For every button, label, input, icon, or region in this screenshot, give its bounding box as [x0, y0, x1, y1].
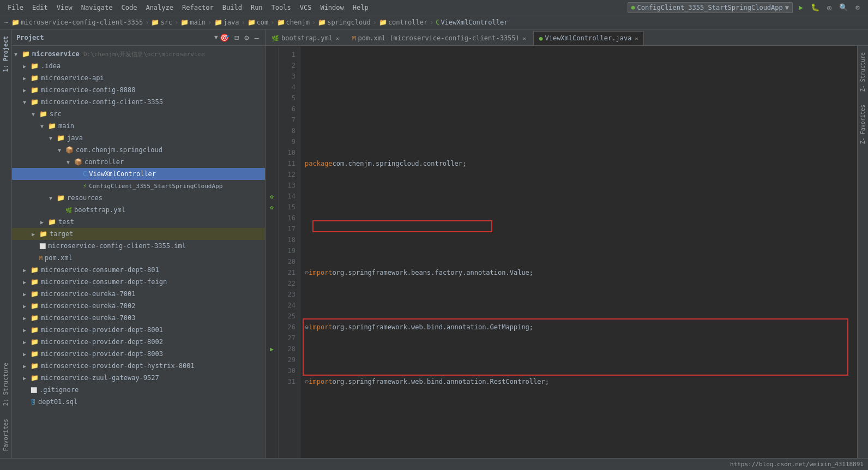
sidebar-settings-btn[interactable]: ⚙	[243, 33, 250, 43]
tree-item-src[interactable]: ▼ 📁 src	[12, 108, 265, 120]
sidebar-locate-btn[interactable]: 🎯	[218, 33, 231, 43]
tree-item-consumer-feign[interactable]: ▶ 📁 microservice-consumer-dept-feign	[12, 276, 265, 288]
tree-item-provider-8003[interactable]: ▶ 📁 microservice-provider-dept-8003	[12, 348, 265, 360]
menu-item-help[interactable]: Help	[349, 3, 372, 13]
breadcrumb-springcloud-icon: 📁	[318, 19, 326, 26]
gutter-6	[266, 104, 279, 115]
tree-item-config-8888[interactable]: ▶ 📁 microservice-config-8888	[12, 84, 265, 96]
tree-item-pom-3355[interactable]: M pom.xml	[12, 252, 265, 264]
tree-item-config-3355[interactable]: ▼ 📁 microservice-config-client-3355	[12, 96, 265, 108]
run-config-dropdown[interactable]: ● ConfigClient_3355_StartSpringCloudApp …	[628, 2, 793, 13]
breadcrumb-item-main[interactable]: main	[190, 19, 206, 26]
linenum-26: 26	[279, 322, 300, 333]
tree-item-hystrix-8001[interactable]: ▶ 📁 microservice-provider-dept-hystrix-8…	[12, 360, 265, 372]
breadcrumb-folder-icon: 📁	[11, 19, 20, 26]
tree-item-viewxml[interactable]: C ViewXmlController	[12, 168, 265, 180]
status-url[interactable]: https://blog.csdn.net/weixin_43118891	[730, 461, 864, 468]
menu-item-edit[interactable]: Edit	[29, 3, 51, 13]
breadcrumb-item-chenjm[interactable]: chenjm	[286, 19, 310, 26]
linenum-21: 21	[279, 267, 300, 278]
tree-item-target[interactable]: ▶ 📁 target	[12, 228, 265, 240]
menu-item-code[interactable]: Code	[118, 3, 141, 13]
gutter-9	[266, 136, 279, 147]
tree-item-sql[interactable]: 🗄 dept01.sql	[12, 396, 265, 408]
tree-item-test[interactable]: ▶ 📁 test	[12, 216, 265, 228]
tab-viewxml-close[interactable]: ✕	[635, 35, 638, 41]
menu-item-build[interactable]: Build	[219, 3, 245, 13]
project-panel-tab[interactable]: 1: Project	[0, 29, 11, 79]
menu-item-tools[interactable]: Tools	[268, 3, 294, 13]
breadcrumb-controller-icon: 📁	[379, 19, 387, 26]
linenum-24: 24	[279, 300, 300, 311]
gutter-3	[266, 71, 279, 82]
tree-item-consumer-801[interactable]: ▶ 📁 microservice-consumer-dept-801	[12, 264, 265, 276]
tree-item-iml-3355[interactable]: ⬜ microservice-config-client-3355.iml	[12, 240, 265, 252]
linenum-23: 23	[279, 289, 300, 300]
tree-item-zuul-9527[interactable]: ▶ 📁 microservice-zuul-gateway-9527	[12, 372, 265, 384]
code-content[interactable]: package com.chenjm.springcloud.controlle…	[300, 46, 857, 458]
tree-item-controller[interactable]: ▼ 📦 controller	[12, 156, 265, 168]
breadcrumb-item-class[interactable]: ViewXmlController	[441, 19, 508, 26]
gutter-13	[266, 180, 279, 191]
menu-item-file[interactable]: File	[4, 3, 27, 13]
tree-item-idea[interactable]: ▶ 📁 .idea	[12, 60, 265, 72]
tab-pom-close[interactable]: ✕	[523, 35, 526, 41]
breadcrumb-item-src[interactable]: src	[160, 19, 172, 26]
coverage-button[interactable]: ◎	[823, 2, 835, 14]
settings-button[interactable]: ⚙	[852, 2, 864, 14]
tree-item-resources[interactable]: ▼ 📁 resources	[12, 192, 265, 204]
run-button[interactable]: ▶	[795, 2, 807, 14]
linenum-30: 30	[279, 365, 300, 376]
gutter-15[interactable]: ✿	[266, 202, 279, 213]
menu-item-refactor[interactable]: Refactor	[179, 3, 217, 13]
linenum-31: 31	[279, 376, 300, 387]
tree-item-main[interactable]: ▼ 📁 main	[12, 120, 265, 132]
menu-item-analyze[interactable]: Analyze	[142, 3, 177, 13]
breadcrumb-item-com[interactable]: com	[257, 19, 269, 26]
tree-item-configclient[interactable]: ⚡ ConfigClient_3355_StartSpringCloudApp	[12, 180, 265, 192]
menu-item-navigate[interactable]: Navigate	[78, 3, 116, 13]
tree-item-eureka-7001[interactable]: ▶ 📁 microservice-eureka-7001	[12, 288, 265, 300]
breadcrumb-item-controller[interactable]: controller	[388, 19, 427, 26]
gutter-14[interactable]: ✿	[266, 191, 279, 202]
tree-item-eureka-7003[interactable]: ▶ 📁 microservice-eureka-7003	[12, 312, 265, 324]
linenum-3: 3	[279, 71, 300, 82]
z-favorites-tab[interactable]: Z- Favorites	[858, 98, 868, 150]
tree-item-eureka-7002[interactable]: ▶ 📁 microservice-eureka-7002	[12, 300, 265, 312]
tree-item-provider-8002[interactable]: ▶ 📁 microservice-provider-dept-8002	[12, 336, 265, 348]
tab-bootstrap[interactable]: 🌿 bootstrap.yml ✕	[266, 31, 345, 45]
search-button[interactable]: 🔍	[837, 2, 849, 14]
tab-pom[interactable]: M pom.xml (microservice-config-client-33…	[346, 31, 532, 45]
menu-item-view[interactable]: View	[53, 3, 76, 13]
tree-item-microservice-api[interactable]: ▶ 📁 microservice-api	[12, 72, 265, 84]
menu-item-run[interactable]: Run	[248, 3, 266, 13]
linenum-1: 1	[279, 49, 300, 60]
tree-item-java[interactable]: ▼ 📁 java	[12, 132, 265, 144]
breadcrumb-item-springcloud[interactable]: springcloud	[327, 19, 370, 26]
code-gutter: ✿ ✿ ▶	[266, 46, 279, 458]
gutter-23	[266, 289, 279, 300]
structure-panel-tab[interactable]: 2: Structure	[0, 356, 11, 412]
tab-viewxml-icon: ●	[539, 35, 543, 42]
breadcrumb-item-java[interactable]: java	[224, 19, 239, 26]
linenum-28: 28	[279, 344, 300, 354]
tree-item-package[interactable]: ▼ 📦 com.chenjm.springcloud	[12, 144, 265, 156]
tab-bootstrap-close[interactable]: ✕	[336, 35, 339, 41]
tree-item-microservice[interactable]: ▼ 📁 microservice D:\chenjm\开发信息\ocr\micr…	[12, 48, 265, 60]
favorites-panel-tab[interactable]: Favorites	[0, 412, 11, 458]
tab-viewxml[interactable]: ● ViewXmlController.java ✕	[533, 31, 644, 45]
linenum-18: 18	[279, 234, 300, 245]
tree-item-bootstrap[interactable]: 🌿 bootstrap.yml	[12, 204, 265, 216]
tree-item-gitignore[interactable]: ⬜ .gitignore	[12, 384, 265, 396]
menu-item-window[interactable]: Window	[317, 3, 347, 13]
gutter-run-27[interactable]: ▶	[266, 344, 279, 354]
linenum-17: 17	[279, 224, 300, 234]
z-structure-tab[interactable]: Z- Structure	[858, 46, 868, 98]
sidebar-dropdown[interactable]: ▼	[214, 34, 218, 41]
sidebar-close-btn[interactable]: —	[253, 33, 261, 43]
sidebar-collapse-btn[interactable]: ⊟	[233, 33, 240, 43]
breadcrumb-item-project[interactable]: microservice-config-client-3355	[21, 19, 143, 26]
tree-item-provider-8001[interactable]: ▶ 📁 microservice-provider-dept-8001	[12, 324, 265, 336]
menu-item-vcs[interactable]: VCS	[297, 3, 315, 13]
debug-button[interactable]: 🐛	[809, 2, 821, 14]
